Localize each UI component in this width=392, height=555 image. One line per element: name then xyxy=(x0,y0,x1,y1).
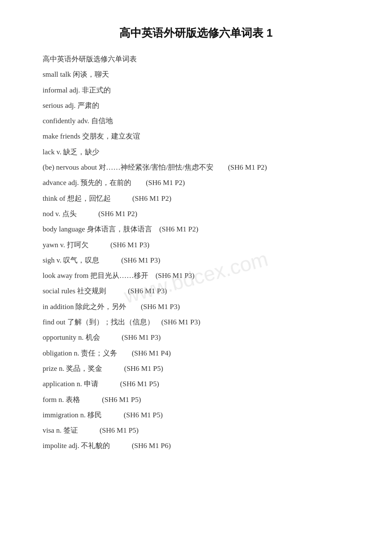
list-item: sigh v. 叹气，叹息 (SH6 M1 P3) xyxy=(43,254,349,267)
list-item: opportunity n. 机会 (SH6 M1 P3) xyxy=(43,331,349,344)
list-item: informal adj. 非正式的 xyxy=(43,84,349,97)
list-item: yawn v. 打呵欠 (SH6 M1 P3) xyxy=(43,238,349,252)
list-item: (be) nervous about 对……神经紧张/害怕/胆怯/焦虑不安 (S… xyxy=(43,161,349,174)
list-item: immigration n. 移民 (SH6 M1 P5) xyxy=(43,408,349,422)
list-item: application n. 申请 (SH6 M1 P5) xyxy=(43,377,349,391)
list-item: impolite adj. 不礼貌的 (SH6 M1 P6) xyxy=(43,439,349,453)
list-item: advance adj. 预先的，在前的 (SH6 M1 P2) xyxy=(43,176,349,190)
list-item: body language 身体语言，肢体语言 (SH6 M1 P2) xyxy=(43,223,349,236)
list-item: confidently adv. 自信地 xyxy=(43,114,349,128)
list-item: serious adj. 严肃的 xyxy=(43,99,349,113)
list-item: make friends 交朋友，建立友谊 xyxy=(43,130,349,143)
list-item: form n. 表格 (SH6 M1 P5) xyxy=(43,393,349,407)
list-item: look away from 把目光从……移开 (SH6 M1 P3) xyxy=(43,269,349,283)
list-item: small talk 闲谈，聊天 xyxy=(43,68,349,81)
list-item: in addition 除此之外，另外 (SH6 M1 P3) xyxy=(43,300,349,314)
list-item: social rules 社交规则 (SH6 M1 P3) xyxy=(43,284,349,298)
list-item: visa n. 签证 (SH6 M1 P5) xyxy=(43,424,349,437)
page-title: 高中英语外研版选修六单词表 1 xyxy=(43,26,349,40)
list-item: think of 想起，回忆起 (SH6 M1 P2) xyxy=(43,192,349,205)
list-item: lack v. 缺乏，缺少 xyxy=(43,145,349,159)
list-item: nod v. 点头 (SH6 M1 P2) xyxy=(43,207,349,221)
list-item: prize n. 奖品，奖金 (SH6 M1 P5) xyxy=(43,362,349,376)
list-item: obligation n. 责任；义务 (SH6 M1 P4) xyxy=(43,347,349,360)
subtitle: 高中英语外研版选修六单词表 xyxy=(43,52,349,66)
word-list: 高中英语外研版选修六单词表 xyxy=(43,52,349,66)
entries-list: small talk 闲谈，聊天informal adj. 非正式的seriou… xyxy=(43,68,349,453)
list-item: find out 了解（到）；找出（信息） (SH6 M1 P3) xyxy=(43,315,349,329)
